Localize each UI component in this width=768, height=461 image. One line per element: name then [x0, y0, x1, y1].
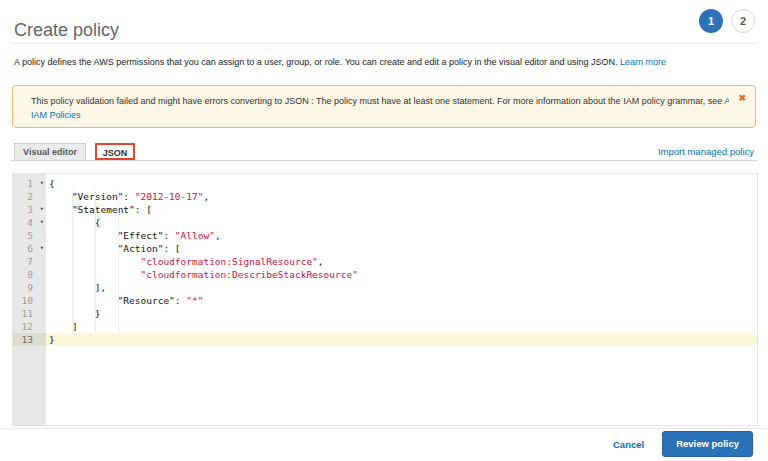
fold-toggle-icon[interactable]: ▾ [40, 203, 44, 216]
code-line[interactable]: ] [46, 320, 757, 333]
indent-guide [118, 190, 119, 333]
intro-description: A policy defines the AWS permissions tha… [14, 57, 620, 67]
code-line[interactable]: { [46, 216, 757, 229]
gutter-line-number: 11 [13, 307, 46, 320]
indent-guide [95, 190, 96, 333]
fold-toggle-icon[interactable]: ▾ [40, 242, 44, 255]
code-line[interactable]: "Action": [ [46, 242, 757, 255]
code-line[interactable]: ], [46, 281, 757, 294]
code-line[interactable]: "Version": "2012-10-17", [46, 190, 757, 203]
step-1-badge: 1 [699, 9, 723, 33]
footer-actions: Cancel Review policy [613, 431, 753, 457]
gutter-line-number: 3▾ [13, 203, 46, 216]
gutter-line-number: 6▾ [13, 242, 46, 255]
code-line[interactable]: "cloudformation:DescribeStackResource" [46, 268, 757, 281]
iam-policies-link-part1[interactable]: AWS [724, 96, 729, 106]
alert-message-line1: This policy validation failed and might … [31, 94, 729, 108]
page-title: Create policy [14, 20, 119, 41]
gutter-line-number: 12 [13, 320, 46, 333]
tab-json[interactable]: JSON [95, 143, 135, 160]
code-line[interactable]: "Effect": "Allow", [46, 229, 757, 242]
gutter-line-number: 4▾ [13, 216, 46, 229]
review-policy-button[interactable]: Review policy [662, 431, 753, 457]
gutter-line-number: 5 [13, 229, 46, 242]
alert-message: This policy validation failed and might … [31, 96, 724, 106]
step-2-badge: 2 [731, 9, 755, 33]
cancel-button[interactable]: Cancel [613, 439, 644, 450]
code-line[interactable]: } [46, 307, 757, 320]
iam-policies-link-part2[interactable]: IAM Policies [31, 110, 81, 120]
footer-divider [0, 428, 768, 429]
code-line[interactable]: } [46, 333, 757, 346]
gutter-line-number: 1▾ [13, 177, 46, 190]
code-line[interactable]: "Statement": [ [46, 203, 757, 216]
step-indicator: 1 2 [699, 9, 755, 33]
import-managed-policy-link[interactable]: Import managed policy [658, 146, 754, 157]
validation-alert-banner: This policy validation failed and might … [12, 85, 756, 128]
indent-guide [72, 190, 73, 333]
tab-visual-editor[interactable]: Visual editor [14, 143, 86, 160]
editor-code-area[interactable]: { "Version": "2012-10-17", "Statement": … [46, 174, 757, 425]
close-icon[interactable]: ✖ [738, 91, 746, 105]
gutter-line-number: 13 [13, 333, 46, 346]
gutter-line-number: 7 [13, 255, 46, 268]
json-editor: 1▾23▾4▾56▾78910111213 { "Version": "2012… [12, 173, 758, 426]
editor-gutter: 1▾23▾4▾56▾78910111213 [13, 174, 46, 425]
code-line[interactable]: { [46, 177, 757, 190]
code-line[interactable]: "cloudformation:SignalResource", [46, 255, 757, 268]
learn-more-link[interactable]: Learn more [620, 57, 666, 67]
gutter-line-number: 8 [13, 268, 46, 281]
alert-message-line2: IAM Policies [31, 108, 729, 122]
gutter-line-number: 2 [13, 190, 46, 203]
fold-toggle-icon[interactable]: ▾ [40, 216, 44, 229]
gutter-line-number: 10 [13, 294, 46, 307]
header-divider [10, 43, 758, 44]
create-policy-page: Create policy 1 2 A policy defines the A… [0, 0, 768, 461]
code-line[interactable]: "Resource": "*" [46, 294, 757, 307]
fold-toggle-icon[interactable]: ▾ [40, 177, 44, 190]
gutter-line-number: 9 [13, 281, 46, 294]
intro-text: A policy defines the AWS permissions tha… [14, 57, 666, 67]
